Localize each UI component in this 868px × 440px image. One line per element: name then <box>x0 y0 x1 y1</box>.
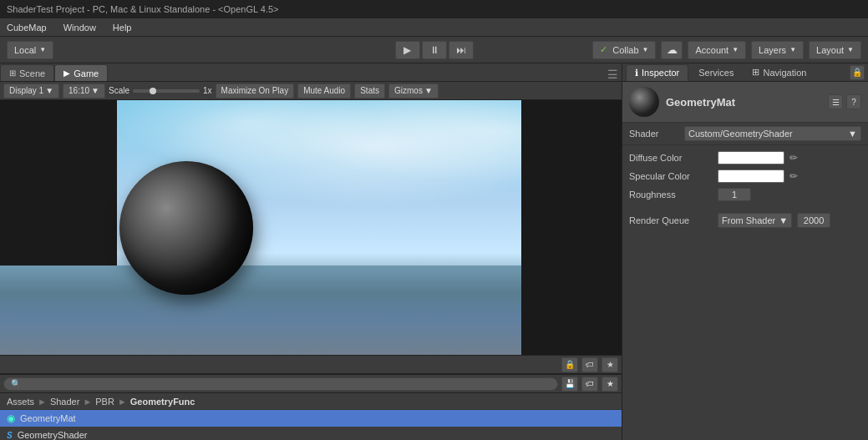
breadcrumb-current[interactable]: GeometryFunc <box>130 397 195 407</box>
diffuse-color-edit-icon[interactable]: ✏ <box>789 152 798 164</box>
toolbar: Local ▼ ▶ ⏸ ⏭ ✓ Collab ▼ ☁ Account ▼ Lay… <box>0 37 868 63</box>
tag-icon-btn[interactable]: 🏷 <box>581 357 598 372</box>
inspector-header-icons: 🔒 <box>850 65 865 80</box>
material-name: GeometryMat <box>666 96 735 109</box>
material-preview-sphere <box>629 87 659 117</box>
menubar: CubeMap Window Help <box>0 18 868 37</box>
material-help-button[interactable]: ? <box>846 94 861 109</box>
tab-inspector[interactable]: ℹ Inspector <box>626 64 688 81</box>
shader-value: Custom/GeometryShader <box>688 129 793 139</box>
inspector-lock-button[interactable]: 🔒 <box>850 65 865 80</box>
tab-bar: ⊞ Scene ▶ Game ☰ <box>0 63 622 82</box>
inspector-panel: ℹ Inspector Services ⊞ Navigation 🔒 Geom… <box>622 63 868 440</box>
menu-cubemap[interactable]: CubeMap <box>3 21 50 34</box>
local-dropdown-arrow: ▼ <box>39 46 46 53</box>
specular-color-edit-icon[interactable]: ✏ <box>789 170 798 182</box>
search-box[interactable]: 🔍 <box>3 377 558 391</box>
account-button[interactable]: Account ▼ <box>688 41 746 59</box>
material-header-icons: ☰ ? <box>828 94 861 109</box>
breadcrumb-pbr[interactable]: PBR <box>95 397 114 407</box>
shader-dropdown[interactable]: Custom/GeometryShader ▼ <box>684 126 861 141</box>
mute-label: Mute Audio <box>303 86 345 95</box>
sky-scene <box>0 100 622 355</box>
tab-services[interactable]: Services <box>690 64 742 81</box>
specular-color-label: Specular Color <box>629 171 713 181</box>
render-queue-value-field[interactable]: 2000 <box>797 213 830 228</box>
aspect-selector[interactable]: 16:10 ▼ <box>63 83 105 99</box>
panel-menu-icon[interactable]: ☰ <box>607 68 618 81</box>
geometry-mat-name: GeometryMat <box>20 413 76 423</box>
scene-tab-label: Scene <box>19 68 45 78</box>
layers-label: Layers <box>759 45 786 55</box>
cloud-icon: ☁ <box>667 43 678 56</box>
breadcrumb-shader[interactable]: Shader <box>50 397 79 407</box>
layout-label: Layout <box>816 45 844 55</box>
geometry-shader-name: GeometryShader <box>18 430 88 440</box>
cloud-button[interactable]: ☁ <box>661 41 683 59</box>
scale-control: Scale 1x <box>109 86 212 95</box>
inspector-tabs: ℹ Inspector Services ⊞ Navigation 🔒 <box>622 63 868 82</box>
material-settings-button[interactable]: ☰ <box>828 94 843 109</box>
asset-toolbar: 🔍 💾 🏷 ★ <box>0 375 622 393</box>
roughness-row: Roughness 1 <box>622 185 868 204</box>
geometry-shader-icon: S <box>7 431 13 440</box>
play-button[interactable]: ▶ <box>395 41 420 59</box>
game-bottom-bar: 🔒 🏷 ★ <box>0 355 622 373</box>
asset-item-geometry-mat[interactable]: ◉ GeometryMat <box>0 410 622 427</box>
breadcrumb: Assets ► Shader ► PBR ► GeometryFunc <box>0 393 622 410</box>
star-asset-button[interactable]: ★ <box>602 377 618 392</box>
display-selector[interactable]: Display 1 ▼ <box>3 83 59 99</box>
layout-arrow: ▼ <box>847 46 854 53</box>
viewport-right-border <box>521 100 622 355</box>
render-queue-dropdown-arrow: ▼ <box>779 215 788 225</box>
mute-audio-button[interactable]: Mute Audio <box>297 83 351 99</box>
tab-game[interactable]: ▶ Game <box>54 64 108 81</box>
inspector-tab-label: Inspector <box>642 68 679 78</box>
layout-button[interactable]: Layout ▼ <box>809 41 861 59</box>
diffuse-color-label: Diffuse Color <box>629 153 713 163</box>
display-label: Display 1 <box>9 86 43 95</box>
gizmos-button[interactable]: Gizmos ▼ <box>388 83 439 99</box>
lock-icon-btn[interactable]: 🔒 <box>561 357 578 372</box>
game-viewport <box>0 100 622 355</box>
menu-window[interactable]: Window <box>60 21 99 34</box>
scale-slider-thumb[interactable] <box>150 88 156 94</box>
local-button[interactable]: Local ▼ <box>7 41 53 59</box>
services-tab-label: Services <box>698 68 733 78</box>
save-asset-button[interactable]: 💾 <box>561 377 578 392</box>
diffuse-color-swatch[interactable] <box>718 151 784 164</box>
step-button[interactable]: ⏭ <box>449 41 474 59</box>
title-text: ShaderTest Project - PC, Mac & Linux Sta… <box>7 4 279 14</box>
star-icon-btn[interactable]: ★ <box>602 357 618 372</box>
roughness-label: Roughness <box>629 190 713 200</box>
local-label: Local <box>14 45 36 55</box>
tab-scene[interactable]: ⊞ Scene <box>0 64 54 81</box>
search-icon: 🔍 <box>11 379 21 388</box>
navigation-tab-label: Navigation <box>763 68 806 78</box>
specular-color-swatch[interactable] <box>718 169 784 183</box>
collab-check-icon: ✓ <box>600 44 607 55</box>
asset-list: ◉ GeometryMat S GeometryShader <box>0 410 622 440</box>
aspect-arrow: ▼ <box>91 86 99 95</box>
diffuse-color-row: Diffuse Color ✏ <box>622 149 868 167</box>
maximize-on-play-button[interactable]: Maximize On Play <box>216 83 295 99</box>
render-queue-label: Render Queue <box>629 215 713 225</box>
render-queue-dropdown[interactable]: From Shader ▼ <box>718 213 792 228</box>
collab-button[interactable]: ✓ Collab ▼ <box>592 41 656 59</box>
game-tab-icon: ▶ <box>63 68 70 78</box>
tab-navigation[interactable]: ⊞ Navigation <box>744 64 815 81</box>
menu-help[interactable]: Help <box>109 21 135 34</box>
tag-asset-button[interactable]: 🏷 <box>581 377 598 392</box>
stats-button[interactable]: Stats <box>354 83 385 99</box>
properties-section: Diffuse Color ✏ Specular Color ✏ Roughne… <box>622 145 868 207</box>
breadcrumb-assets[interactable]: Assets <box>7 397 34 407</box>
gizmos-label: Gizmos <box>394 86 423 95</box>
layers-button[interactable]: Layers ▼ <box>751 41 804 59</box>
roughness-input[interactable]: 1 <box>718 188 751 201</box>
account-arrow: ▼ <box>732 46 739 53</box>
pause-button[interactable]: ⏸ <box>422 41 447 59</box>
shader-row: Shader Custom/GeometryShader ▼ <box>622 123 868 145</box>
asset-item-geometry-shader[interactable]: S GeometryShader <box>0 427 622 440</box>
render-queue-row: Render Queue From Shader ▼ 2000 <box>622 210 868 230</box>
scale-slider-track[interactable] <box>133 89 200 93</box>
